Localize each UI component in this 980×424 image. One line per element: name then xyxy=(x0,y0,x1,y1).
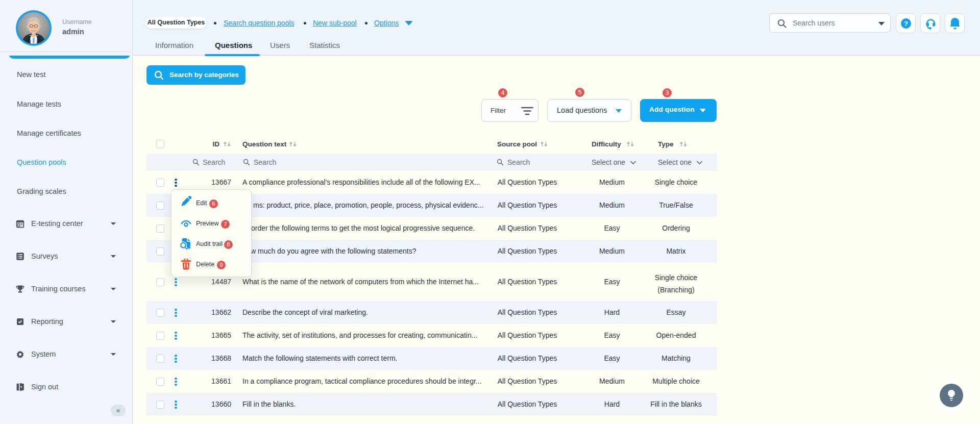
svg-text:?: ? xyxy=(904,20,908,28)
